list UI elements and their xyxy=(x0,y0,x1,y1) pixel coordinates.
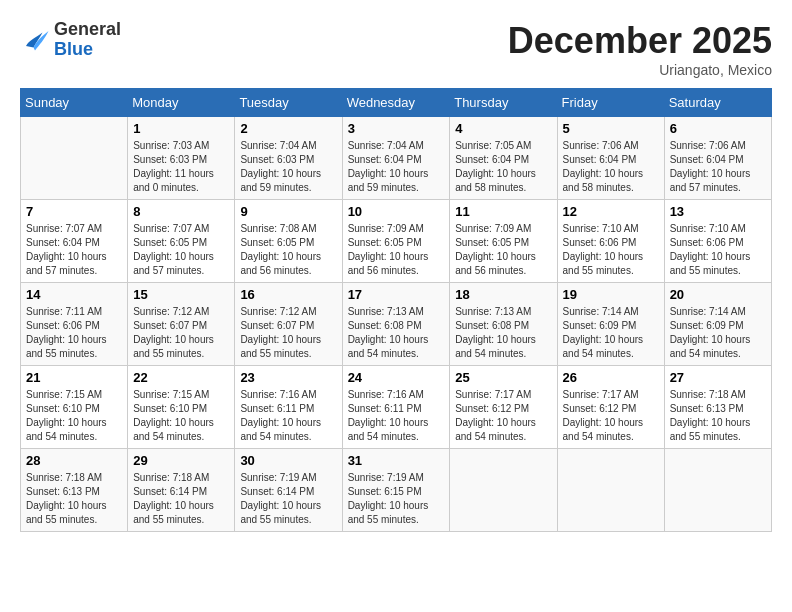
day-number: 24 xyxy=(348,370,445,385)
day-info: Sunrise: 7:17 AMSunset: 6:12 PMDaylight:… xyxy=(563,388,659,444)
column-header-thursday: Thursday xyxy=(450,89,557,117)
calendar-cell: 20Sunrise: 7:14 AMSunset: 6:09 PMDayligh… xyxy=(664,283,771,366)
calendar-cell: 13Sunrise: 7:10 AMSunset: 6:06 PMDayligh… xyxy=(664,200,771,283)
calendar-cell: 16Sunrise: 7:12 AMSunset: 6:07 PMDayligh… xyxy=(235,283,342,366)
logo-text: General Blue xyxy=(54,20,121,60)
calendar-cell: 9Sunrise: 7:08 AMSunset: 6:05 PMDaylight… xyxy=(235,200,342,283)
day-info: Sunrise: 7:04 AMSunset: 6:03 PMDaylight:… xyxy=(240,139,336,195)
day-number: 11 xyxy=(455,204,551,219)
calendar-week-row: 7Sunrise: 7:07 AMSunset: 6:04 PMDaylight… xyxy=(21,200,772,283)
calendar-cell: 12Sunrise: 7:10 AMSunset: 6:06 PMDayligh… xyxy=(557,200,664,283)
calendar-cell: 22Sunrise: 7:15 AMSunset: 6:10 PMDayligh… xyxy=(128,366,235,449)
day-info: Sunrise: 7:16 AMSunset: 6:11 PMDaylight:… xyxy=(240,388,336,444)
day-number: 30 xyxy=(240,453,336,468)
day-info: Sunrise: 7:12 AMSunset: 6:07 PMDaylight:… xyxy=(133,305,229,361)
logo: General Blue xyxy=(20,20,121,60)
calendar-cell xyxy=(450,449,557,532)
calendar-cell: 7Sunrise: 7:07 AMSunset: 6:04 PMDaylight… xyxy=(21,200,128,283)
calendar-cell: 24Sunrise: 7:16 AMSunset: 6:11 PMDayligh… xyxy=(342,366,450,449)
day-number: 3 xyxy=(348,121,445,136)
day-info: Sunrise: 7:08 AMSunset: 6:05 PMDaylight:… xyxy=(240,222,336,278)
day-info: Sunrise: 7:03 AMSunset: 6:03 PMDaylight:… xyxy=(133,139,229,195)
column-header-tuesday: Tuesday xyxy=(235,89,342,117)
day-info: Sunrise: 7:14 AMSunset: 6:09 PMDaylight:… xyxy=(670,305,766,361)
calendar-cell: 4Sunrise: 7:05 AMSunset: 6:04 PMDaylight… xyxy=(450,117,557,200)
day-info: Sunrise: 7:10 AMSunset: 6:06 PMDaylight:… xyxy=(563,222,659,278)
day-number: 7 xyxy=(26,204,122,219)
day-number: 9 xyxy=(240,204,336,219)
calendar-cell: 2Sunrise: 7:04 AMSunset: 6:03 PMDaylight… xyxy=(235,117,342,200)
day-number: 10 xyxy=(348,204,445,219)
day-number: 12 xyxy=(563,204,659,219)
calendar-cell: 8Sunrise: 7:07 AMSunset: 6:05 PMDaylight… xyxy=(128,200,235,283)
column-header-saturday: Saturday xyxy=(664,89,771,117)
day-number: 4 xyxy=(455,121,551,136)
month-year-title: December 2025 xyxy=(508,20,772,62)
day-number: 16 xyxy=(240,287,336,302)
day-number: 17 xyxy=(348,287,445,302)
calendar-cell: 23Sunrise: 7:16 AMSunset: 6:11 PMDayligh… xyxy=(235,366,342,449)
day-info: Sunrise: 7:06 AMSunset: 6:04 PMDaylight:… xyxy=(670,139,766,195)
day-info: Sunrise: 7:19 AMSunset: 6:14 PMDaylight:… xyxy=(240,471,336,527)
logo-bird-icon xyxy=(20,25,50,55)
calendar-week-row: 14Sunrise: 7:11 AMSunset: 6:06 PMDayligh… xyxy=(21,283,772,366)
day-info: Sunrise: 7:18 AMSunset: 6:13 PMDaylight:… xyxy=(26,471,122,527)
day-number: 18 xyxy=(455,287,551,302)
day-number: 20 xyxy=(670,287,766,302)
calendar-cell: 28Sunrise: 7:18 AMSunset: 6:13 PMDayligh… xyxy=(21,449,128,532)
calendar-cell: 15Sunrise: 7:12 AMSunset: 6:07 PMDayligh… xyxy=(128,283,235,366)
day-info: Sunrise: 7:05 AMSunset: 6:04 PMDaylight:… xyxy=(455,139,551,195)
calendar-cell: 18Sunrise: 7:13 AMSunset: 6:08 PMDayligh… xyxy=(450,283,557,366)
day-info: Sunrise: 7:14 AMSunset: 6:09 PMDaylight:… xyxy=(563,305,659,361)
calendar-cell: 5Sunrise: 7:06 AMSunset: 6:04 PMDaylight… xyxy=(557,117,664,200)
page-header: General Blue December 2025 Uriangato, Me… xyxy=(20,20,772,78)
day-info: Sunrise: 7:13 AMSunset: 6:08 PMDaylight:… xyxy=(455,305,551,361)
day-number: 5 xyxy=(563,121,659,136)
day-number: 29 xyxy=(133,453,229,468)
day-info: Sunrise: 7:11 AMSunset: 6:06 PMDaylight:… xyxy=(26,305,122,361)
day-number: 19 xyxy=(563,287,659,302)
day-info: Sunrise: 7:09 AMSunset: 6:05 PMDaylight:… xyxy=(348,222,445,278)
calendar-cell xyxy=(557,449,664,532)
day-info: Sunrise: 7:12 AMSunset: 6:07 PMDaylight:… xyxy=(240,305,336,361)
calendar-cell: 14Sunrise: 7:11 AMSunset: 6:06 PMDayligh… xyxy=(21,283,128,366)
day-info: Sunrise: 7:04 AMSunset: 6:04 PMDaylight:… xyxy=(348,139,445,195)
column-header-sunday: Sunday xyxy=(21,89,128,117)
day-info: Sunrise: 7:15 AMSunset: 6:10 PMDaylight:… xyxy=(26,388,122,444)
calendar-cell: 6Sunrise: 7:06 AMSunset: 6:04 PMDaylight… xyxy=(664,117,771,200)
day-info: Sunrise: 7:18 AMSunset: 6:13 PMDaylight:… xyxy=(670,388,766,444)
calendar-week-row: 21Sunrise: 7:15 AMSunset: 6:10 PMDayligh… xyxy=(21,366,772,449)
calendar-cell xyxy=(21,117,128,200)
calendar-cell: 19Sunrise: 7:14 AMSunset: 6:09 PMDayligh… xyxy=(557,283,664,366)
day-number: 1 xyxy=(133,121,229,136)
day-info: Sunrise: 7:07 AMSunset: 6:04 PMDaylight:… xyxy=(26,222,122,278)
calendar-week-row: 1Sunrise: 7:03 AMSunset: 6:03 PMDaylight… xyxy=(21,117,772,200)
day-info: Sunrise: 7:06 AMSunset: 6:04 PMDaylight:… xyxy=(563,139,659,195)
location-subtitle: Uriangato, Mexico xyxy=(508,62,772,78)
day-info: Sunrise: 7:18 AMSunset: 6:14 PMDaylight:… xyxy=(133,471,229,527)
day-info: Sunrise: 7:15 AMSunset: 6:10 PMDaylight:… xyxy=(133,388,229,444)
day-number: 2 xyxy=(240,121,336,136)
day-info: Sunrise: 7:17 AMSunset: 6:12 PMDaylight:… xyxy=(455,388,551,444)
day-number: 13 xyxy=(670,204,766,219)
calendar-cell: 10Sunrise: 7:09 AMSunset: 6:05 PMDayligh… xyxy=(342,200,450,283)
day-number: 21 xyxy=(26,370,122,385)
calendar-header-row: SundayMondayTuesdayWednesdayThursdayFrid… xyxy=(21,89,772,117)
calendar-cell: 29Sunrise: 7:18 AMSunset: 6:14 PMDayligh… xyxy=(128,449,235,532)
column-header-monday: Monday xyxy=(128,89,235,117)
calendar-cell: 1Sunrise: 7:03 AMSunset: 6:03 PMDaylight… xyxy=(128,117,235,200)
calendar-cell: 27Sunrise: 7:18 AMSunset: 6:13 PMDayligh… xyxy=(664,366,771,449)
day-number: 15 xyxy=(133,287,229,302)
column-header-wednesday: Wednesday xyxy=(342,89,450,117)
column-header-friday: Friday xyxy=(557,89,664,117)
calendar-cell: 25Sunrise: 7:17 AMSunset: 6:12 PMDayligh… xyxy=(450,366,557,449)
day-info: Sunrise: 7:16 AMSunset: 6:11 PMDaylight:… xyxy=(348,388,445,444)
calendar-cell: 26Sunrise: 7:17 AMSunset: 6:12 PMDayligh… xyxy=(557,366,664,449)
day-number: 28 xyxy=(26,453,122,468)
day-info: Sunrise: 7:19 AMSunset: 6:15 PMDaylight:… xyxy=(348,471,445,527)
title-block: December 2025 Uriangato, Mexico xyxy=(508,20,772,78)
day-info: Sunrise: 7:09 AMSunset: 6:05 PMDaylight:… xyxy=(455,222,551,278)
calendar-week-row: 28Sunrise: 7:18 AMSunset: 6:13 PMDayligh… xyxy=(21,449,772,532)
day-info: Sunrise: 7:13 AMSunset: 6:08 PMDaylight:… xyxy=(348,305,445,361)
day-number: 23 xyxy=(240,370,336,385)
